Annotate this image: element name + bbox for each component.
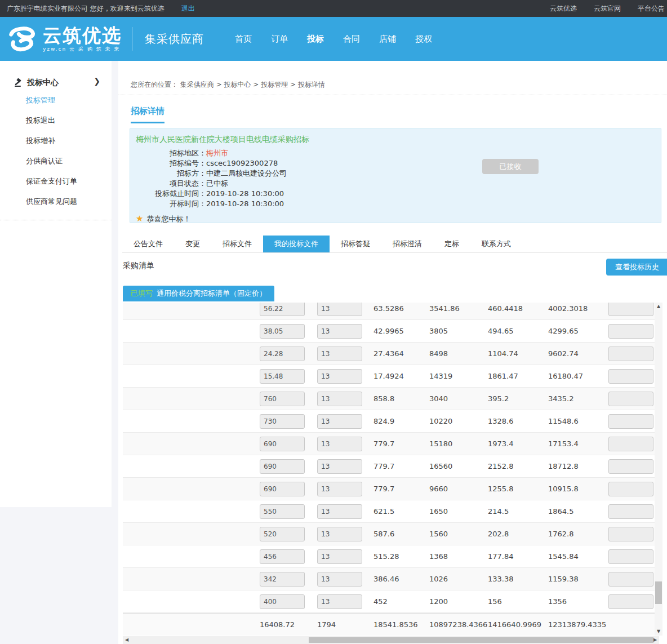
sidebar-item-投标退出[interactable]: 投标退出	[0, 110, 112, 131]
breadcrumb-divider	[118, 95, 667, 95]
unit-price-input[interactable]	[260, 527, 305, 541]
tab-定标[interactable]: 定标	[433, 236, 470, 252]
remark-input[interactable]	[608, 549, 653, 564]
table-row: 17.4924143191861.4716180.47	[123, 365, 655, 388]
remark-input[interactable]	[608, 414, 653, 429]
tax-rate-input[interactable]	[317, 369, 362, 384]
tab-招标文件[interactable]: 招标文件	[211, 236, 263, 252]
list-tag[interactable]: 已填写 通用价税分离招标清单（固定价）	[123, 286, 274, 301]
remark-input[interactable]	[608, 437, 653, 451]
remark-input[interactable]	[608, 324, 653, 339]
price-with-tax-cell: 27.4364	[373, 349, 429, 358]
vertical-scrollbar[interactable]: ▲ ▼	[655, 303, 662, 636]
nav-item-投标[interactable]: 投标	[297, 34, 334, 45]
unit-price-input[interactable]	[260, 324, 305, 339]
unit-price-input[interactable]	[260, 303, 305, 316]
tax-rate-input[interactable]	[317, 392, 362, 406]
remark-input[interactable]	[608, 303, 653, 316]
received-button[interactable]: 已接收	[482, 159, 539, 174]
breadcrumb-path[interactable]: 集采供应商 > 投标中心 > 投标管理 > 投标详情	[180, 81, 325, 88]
section-title: 采购清单	[123, 261, 154, 271]
tax-rate-input[interactable]	[317, 482, 362, 496]
unit-price-input[interactable]	[260, 504, 305, 519]
summary-total-2: 18541.8536	[373, 620, 429, 629]
brand-logo[interactable]: 云筑优选 yzw.cn 云 采 购 筑 未 来	[6, 25, 122, 52]
view-bid-history-button[interactable]: 查看投标历史	[606, 259, 667, 276]
summary-total-3: 10897238.4366	[429, 620, 488, 629]
tab-招标答疑[interactable]: 招标答疑	[330, 236, 381, 252]
amount-cell: 16560	[429, 462, 488, 470]
sidebar-item-投标管理[interactable]: 投标管理	[0, 90, 112, 110]
topbar-link-0[interactable]: 云筑优选	[550, 4, 577, 14]
remark-input[interactable]	[608, 572, 653, 587]
remark-input[interactable]	[608, 347, 653, 361]
field-label: 投标截止时间：	[130, 189, 206, 199]
unit-price-input[interactable]	[260, 572, 305, 587]
nav-item-店铺[interactable]: 店铺	[370, 34, 406, 45]
remark-input[interactable]	[608, 594, 653, 609]
unit-price-input[interactable]	[260, 347, 305, 361]
tax-rate-input[interactable]	[317, 459, 362, 474]
total-with-tax-cell: 3435.2	[548, 394, 608, 403]
scroll-up-arrow-icon[interactable]: ▲	[655, 303, 662, 310]
tax-rate-input[interactable]	[317, 347, 362, 361]
total-with-tax-cell: 10915.8	[548, 485, 608, 493]
tab-公告文件[interactable]: 公告文件	[122, 236, 174, 252]
tax-rate-input[interactable]	[317, 437, 362, 451]
tax-rate-input[interactable]	[317, 414, 362, 429]
scroll-left-arrow-icon[interactable]: ◀	[123, 636, 131, 644]
logout-link[interactable]: 退出	[181, 4, 195, 14]
project-fields: 招标地区：梅州市招标编号：cscec19092300278招标方：中建二局核电建…	[130, 148, 661, 209]
price-with-tax-cell: 17.4924	[373, 372, 429, 380]
horizontal-scrollbar[interactable]: ◀ ▶	[123, 636, 659, 644]
project-info-box: 梅州市人民医院新住院大楼项目电线电缆采购招标 招标地区：梅州市招标编号：csce…	[130, 128, 661, 223]
unit-price-input[interactable]	[260, 594, 305, 609]
unit-price-input[interactable]	[260, 414, 305, 429]
chevron-right-icon[interactable]: ❯	[94, 77, 100, 86]
total-with-tax-cell: 11548.6	[548, 417, 608, 425]
tax-rate-input[interactable]	[317, 549, 362, 564]
unit-price-input[interactable]	[260, 549, 305, 564]
topbar-link-1[interactable]: 云筑官网	[594, 4, 621, 14]
sidebar-item-保证金支付订单[interactable]: 保证金支付订单	[0, 171, 112, 192]
tax-rate-input[interactable]	[317, 504, 362, 519]
unit-price-input[interactable]	[260, 369, 305, 384]
nav-item-授权[interactable]: 授权	[406, 34, 442, 45]
vertical-scroll-thumb[interactable]	[655, 581, 662, 604]
unit-price-input[interactable]	[260, 392, 305, 406]
scroll-down-arrow-icon[interactable]: ▼	[655, 628, 662, 636]
horizontal-scroll-thumb[interactable]	[309, 637, 653, 643]
remark-input[interactable]	[608, 459, 653, 474]
tab-变更[interactable]: 变更	[174, 236, 211, 252]
sidebar-item-分供商认证[interactable]: 分供商认证	[0, 151, 112, 171]
tax-rate-input[interactable]	[317, 594, 362, 609]
unit-price-input[interactable]	[260, 459, 305, 474]
amount-cell: 15180	[429, 439, 488, 448]
nav-item-合同[interactable]: 合同	[334, 34, 370, 45]
project-field-row: 招标地区：梅州市	[130, 148, 661, 158]
tab-我的投标文件[interactable]: 我的投标文件	[263, 236, 330, 252]
nav-item-首页[interactable]: 首页	[225, 34, 261, 45]
tab-bid-detail[interactable]: 招标详情	[131, 106, 164, 123]
tax-rate-input[interactable]	[317, 527, 362, 541]
topbar-link-2[interactable]: 平台公告	[638, 4, 665, 14]
remark-input[interactable]	[608, 504, 653, 519]
scroll-right-arrow-icon[interactable]: ▶	[651, 636, 659, 644]
remark-input[interactable]	[608, 392, 653, 406]
amount-cell: 14319	[429, 372, 488, 380]
sidebar-item-投标增补[interactable]: 投标增补	[0, 131, 112, 151]
remark-input[interactable]	[608, 369, 653, 384]
unit-price-input[interactable]	[260, 437, 305, 451]
nav-item-订单[interactable]: 订单	[261, 34, 297, 45]
remark-input[interactable]	[608, 482, 653, 496]
tab-招标澄清[interactable]: 招标澄清	[381, 236, 433, 252]
remark-input[interactable]	[608, 527, 653, 541]
amount-cell: 1560	[429, 530, 488, 538]
sidebar-item-供应商常见问题[interactable]: 供应商常见问题	[0, 192, 112, 212]
project-field-row: 投标截止时间：2019-10-28 10:30:00	[130, 189, 661, 199]
tax-rate-input[interactable]	[317, 572, 362, 587]
tab-联系方式[interactable]: 联系方式	[470, 236, 522, 252]
tax-rate-input[interactable]	[317, 303, 362, 316]
unit-price-input[interactable]	[260, 482, 305, 496]
tax-rate-input[interactable]	[317, 324, 362, 339]
